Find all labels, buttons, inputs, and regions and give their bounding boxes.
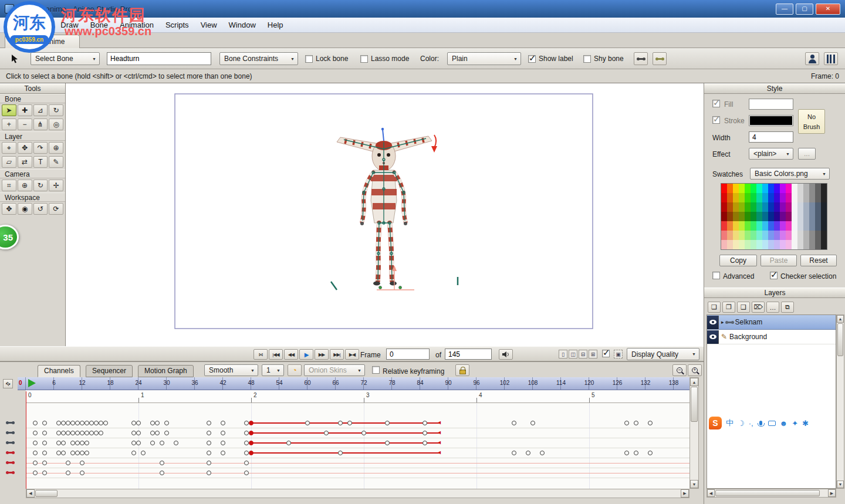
add-bone-tool[interactable]: +	[2, 119, 16, 130]
channel-bone-icon[interactable]	[7, 452, 13, 454]
keyframe-dot[interactable]	[347, 421, 352, 425]
keyframe-dot[interactable]	[512, 421, 516, 425]
menu-animation[interactable]: Animation	[114, 19, 160, 32]
keyframe-dot[interactable]	[207, 471, 211, 475]
keyframe-dot[interactable]	[56, 451, 61, 455]
palette-swatch[interactable]	[774, 240, 780, 249]
palette-swatch[interactable]	[792, 212, 797, 221]
user-center-icon[interactable]: ☻	[780, 419, 788, 428]
loop-button[interactable]: ▶◀	[345, 349, 359, 360]
palette-swatch[interactable]	[809, 212, 815, 221]
layers-horizontal-scrollbar[interactable]: ◀ ▶	[707, 489, 836, 498]
palette-swatch[interactable]	[756, 221, 762, 231]
frame-ruler[interactable]: 0612182430364248546066727884909610210811…	[18, 377, 689, 390]
palette-swatch[interactable]	[751, 184, 756, 193]
keyframe-dot[interactable]	[94, 421, 99, 425]
palette-swatch[interactable]	[727, 193, 733, 202]
keyframe-dot[interactable]	[42, 421, 47, 425]
playhead-marker[interactable]	[28, 379, 36, 387]
keyframe-dot[interactable]	[207, 451, 211, 455]
palette-swatch[interactable]	[780, 193, 786, 202]
zoom-camera-tool[interactable]: ⊕	[18, 180, 32, 191]
keyframe-dot[interactable]	[66, 421, 70, 425]
palette-swatch[interactable]	[815, 184, 821, 193]
new-group-layer-button[interactable]: ❐	[722, 302, 735, 313]
palette-swatch[interactable]	[780, 212, 786, 221]
keyframe-dot[interactable]	[160, 441, 164, 445]
palette-swatch[interactable]	[815, 193, 821, 202]
keyframe-dot[interactable]	[361, 431, 366, 435]
palette-swatch[interactable]	[751, 202, 756, 212]
keyframe-dot[interactable]	[66, 431, 70, 435]
keyframe-dot[interactable]	[42, 471, 47, 475]
palette-swatch[interactable]	[815, 202, 821, 212]
punctuation-toggle[interactable]: ·,	[749, 419, 753, 428]
step-dropdown[interactable]: 1▼	[262, 364, 284, 376]
palette-swatch[interactable]	[803, 212, 809, 221]
document-tab[interactable]: Untitled.anime	[5, 35, 80, 48]
palette-swatch[interactable]	[733, 240, 739, 249]
keyframe-dot[interactable]	[221, 451, 225, 455]
keyframe-dot[interactable]	[136, 441, 141, 445]
current-frame-input[interactable]	[386, 349, 430, 360]
timeline-resize-button[interactable]: ⇄	[3, 379, 13, 388]
palette-swatch[interactable]	[745, 202, 751, 212]
palette-swatch[interactable]	[809, 184, 815, 193]
keyframe-dot[interactable]	[61, 441, 66, 445]
palette-swatch[interactable]	[786, 202, 792, 212]
keyframe-dot[interactable]	[75, 421, 80, 425]
keyframe-dot[interactable]	[338, 451, 343, 455]
effect-dropdown[interactable]: <plain>▼	[749, 148, 793, 160]
keyframe-dot[interactable]	[141, 451, 146, 455]
timeline-tab-sequencer[interactable]: Sequencer	[86, 365, 133, 377]
onion-skins-dropdown[interactable]: Onion Skins▼	[304, 364, 365, 376]
keyframe-dot[interactable]	[160, 471, 164, 475]
palette-swatch[interactable]	[774, 193, 780, 202]
palette-swatch[interactable]	[756, 202, 762, 212]
keyframe-dot[interactable]	[221, 441, 225, 445]
set-origin-tool[interactable]: ⌖	[2, 142, 16, 154]
audio-mute-button[interactable]	[499, 349, 513, 360]
jump-start-button[interactable]: |◀◀	[269, 349, 283, 360]
palette-swatch[interactable]	[745, 184, 751, 193]
reset-style-button[interactable]: Reset	[800, 255, 837, 266]
palette-swatch[interactable]	[727, 202, 733, 212]
expand-arrow-icon[interactable]: ▸	[721, 319, 724, 325]
keyframe-dot[interactable]	[624, 451, 629, 455]
palette-swatch[interactable]	[792, 184, 797, 193]
timeline-tab-channels[interactable]: Channels	[38, 365, 80, 377]
keyframe-dot[interactable]	[80, 451, 84, 455]
keyframe-dot[interactable]	[103, 421, 108, 425]
palette-swatch[interactable]	[803, 202, 809, 212]
keyframe-dot[interactable]	[33, 451, 38, 455]
keyframe-dot[interactable]	[136, 431, 141, 435]
jump-end-button[interactable]: ▶▶|	[330, 349, 344, 360]
palette-swatch[interactable]	[809, 193, 815, 202]
zoom-layer-tool[interactable]: ⊕	[49, 142, 63, 154]
palette-swatch[interactable]	[809, 221, 815, 231]
keyframe-dot[interactable]	[61, 431, 66, 435]
quad-view-button[interactable]: ⊞	[589, 350, 597, 358]
toolbox-icon[interactable]: ✱	[802, 419, 809, 428]
palette-swatch[interactable]	[727, 212, 733, 221]
keyframe-dot[interactable]	[131, 421, 136, 425]
palette-swatch[interactable]	[768, 221, 774, 231]
range-end-handle[interactable]: ◄	[437, 449, 442, 455]
keyframe-dot[interactable]	[150, 431, 155, 435]
keyframe-dot[interactable]	[244, 461, 249, 465]
keyframe-dot[interactable]	[526, 451, 530, 455]
onion-skin-button[interactable]: ◔	[288, 364, 302, 376]
palette-swatch[interactable]	[756, 240, 762, 249]
palette-swatch[interactable]	[762, 240, 768, 249]
palette-swatch[interactable]	[733, 231, 739, 240]
palette-swatch[interactable]	[797, 202, 803, 212]
translate-bone-tool[interactable]: ✚	[18, 104, 32, 116]
keyframe-dot[interactable]	[164, 421, 169, 425]
range-end-handle[interactable]: ◄	[437, 429, 442, 435]
menu-edit[interactable]: Edit	[30, 19, 55, 32]
roll-camera-tool[interactable]: ↻	[33, 180, 48, 191]
palette-swatch[interactable]	[762, 193, 768, 202]
palette-swatch[interactable]	[762, 184, 768, 193]
palette-swatch[interactable]	[780, 184, 786, 193]
copy-style-button[interactable]: Copy	[719, 255, 757, 266]
